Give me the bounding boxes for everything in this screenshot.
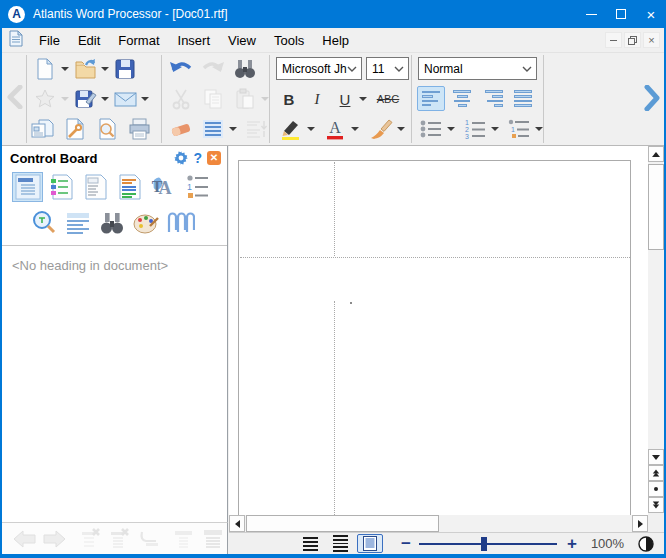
- cb-fields-button[interactable]: [80, 172, 111, 202]
- new-document-dropdown[interactable]: [61, 67, 69, 71]
- menu-view[interactable]: View: [219, 30, 265, 51]
- numbered-list-button[interactable]: 123: [462, 116, 488, 142]
- email-button[interactable]: [112, 86, 138, 112]
- horizontal-scrollbar[interactable]: [229, 515, 648, 532]
- cut-button[interactable]: [168, 86, 194, 112]
- scroll-left-button[interactable]: [229, 515, 245, 532]
- bullet-list-button[interactable]: [418, 116, 444, 142]
- control-board-settings-button[interactable]: [174, 151, 188, 165]
- cb-find-button[interactable]: [96, 208, 127, 238]
- cb-delete-heading-button[interactable]: [76, 527, 105, 551]
- align-right-button[interactable]: [479, 86, 507, 111]
- cb-colors-button[interactable]: [130, 208, 161, 238]
- toolbar-scroll-right-icon[interactable]: [642, 85, 662, 111]
- favorites-dropdown[interactable]: [61, 97, 69, 101]
- new-document-button[interactable]: [32, 56, 58, 82]
- multilevel-list-dropdown[interactable]: [535, 127, 543, 131]
- mdi-minimize-button[interactable]: [605, 32, 622, 48]
- cb-lookup-button[interactable]: [28, 208, 59, 238]
- font-size-combobox[interactable]: 11: [366, 57, 409, 80]
- cb-back-button[interactable]: [10, 527, 39, 551]
- cb-paragraphs-button[interactable]: [62, 208, 93, 238]
- cb-fonts-button[interactable]: AT: [148, 172, 179, 202]
- maximize-button[interactable]: [606, 0, 636, 28]
- font-color-dropdown[interactable]: [351, 127, 359, 131]
- underline-button[interactable]: U: [334, 86, 356, 112]
- vertical-scrollbar[interactable]: [648, 146, 664, 513]
- sort-paragraphs-button[interactable]: [244, 116, 270, 142]
- open-dropdown[interactable]: [101, 67, 109, 71]
- multilevel-list-button[interactable]: 1: [506, 116, 532, 142]
- mdi-restore-button[interactable]: [624, 32, 641, 48]
- online-view-button[interactable]: [327, 534, 353, 553]
- save-as-button[interactable]: [72, 86, 98, 112]
- menu-edit[interactable]: Edit: [69, 30, 109, 51]
- open-button[interactable]: [72, 56, 98, 82]
- highlight-dropdown[interactable]: [307, 127, 315, 131]
- vertical-scroll-thumb[interactable]: [648, 164, 664, 250]
- document-properties-button[interactable]: [30, 116, 56, 142]
- copy-button[interactable]: [200, 86, 226, 112]
- document-viewport[interactable]: [229, 146, 648, 515]
- font-name-combobox[interactable]: Microsoft Jh: [276, 57, 362, 80]
- favorites-button[interactable]: [32, 86, 58, 112]
- next-page-button[interactable]: [648, 497, 664, 513]
- control-board-help-button[interactable]: ?: [193, 150, 202, 166]
- control-board-close-button[interactable]: ✕: [207, 151, 221, 165]
- cb-bookmarks-button[interactable]: [46, 172, 77, 202]
- print-preview-button[interactable]: [94, 116, 120, 142]
- menu-insert[interactable]: Insert: [169, 30, 220, 51]
- browse-object-button[interactable]: [648, 481, 664, 497]
- cb-delete-all-button[interactable]: [105, 527, 134, 551]
- undo-button[interactable]: [168, 56, 194, 82]
- scroll-right-button[interactable]: [632, 515, 648, 532]
- numbered-list-dropdown[interactable]: [491, 127, 499, 131]
- print-button[interactable]: [126, 116, 152, 142]
- horizontal-scroll-thumb[interactable]: [246, 515, 439, 532]
- scroll-down-button[interactable]: [648, 449, 664, 465]
- save-button[interactable]: [112, 56, 138, 82]
- close-button[interactable]: ×: [636, 0, 666, 28]
- cb-undo-change-button[interactable]: [134, 527, 163, 551]
- mdi-close-button[interactable]: ×: [643, 32, 660, 48]
- italic-button[interactable]: I: [306, 86, 328, 112]
- cb-promote-button[interactable]: [169, 527, 198, 551]
- align-center-button[interactable]: [448, 86, 476, 111]
- contrast-toggle-button[interactable]: [638, 536, 654, 552]
- zoom-slider-thumb[interactable]: [481, 537, 487, 551]
- zoom-slider[interactable]: [419, 543, 557, 545]
- eraser-button[interactable]: [168, 116, 194, 142]
- toolbar-scroll-left-icon[interactable]: [6, 85, 24, 109]
- zoom-slider-track[interactable]: [419, 543, 557, 545]
- highlight-button[interactable]: [278, 116, 304, 142]
- paragraph-format-button[interactable]: [200, 116, 226, 142]
- cb-demote-button[interactable]: [198, 527, 227, 551]
- cb-headings-button[interactable]: [12, 172, 43, 202]
- bullet-list-dropdown[interactable]: [447, 127, 455, 131]
- email-dropdown[interactable]: [141, 97, 149, 101]
- font-color-button[interactable]: A: [322, 116, 348, 142]
- document-options-button[interactable]: [62, 116, 88, 142]
- align-justify-button[interactable]: [510, 86, 538, 111]
- cb-attachments-button[interactable]: [164, 208, 195, 238]
- strikethrough-button[interactable]: ABC: [372, 86, 404, 112]
- save-as-dropdown[interactable]: [101, 97, 109, 101]
- minimize-button[interactable]: [576, 0, 606, 28]
- document-page[interactable]: [238, 160, 631, 515]
- menu-help[interactable]: Help: [313, 30, 358, 51]
- find-button[interactable]: [232, 56, 258, 82]
- print-layout-view-button[interactable]: [357, 534, 383, 553]
- cb-styles-button[interactable]: [114, 172, 145, 202]
- style-combobox[interactable]: Normal: [418, 57, 537, 80]
- menu-format[interactable]: Format: [109, 30, 168, 51]
- format-painter-dropdown[interactable]: [397, 127, 405, 131]
- paste-button[interactable]: [232, 86, 258, 112]
- scroll-up-button[interactable]: [648, 146, 664, 162]
- zoom-out-button[interactable]: −: [401, 536, 411, 552]
- menu-file[interactable]: File: [30, 30, 69, 51]
- draft-view-button[interactable]: [297, 534, 323, 553]
- paragraph-format-dropdown[interactable]: [229, 127, 237, 131]
- previous-page-button[interactable]: [648, 465, 664, 481]
- cb-lists-button[interactable]: 1: [182, 172, 213, 202]
- zoom-in-button[interactable]: +: [567, 536, 577, 552]
